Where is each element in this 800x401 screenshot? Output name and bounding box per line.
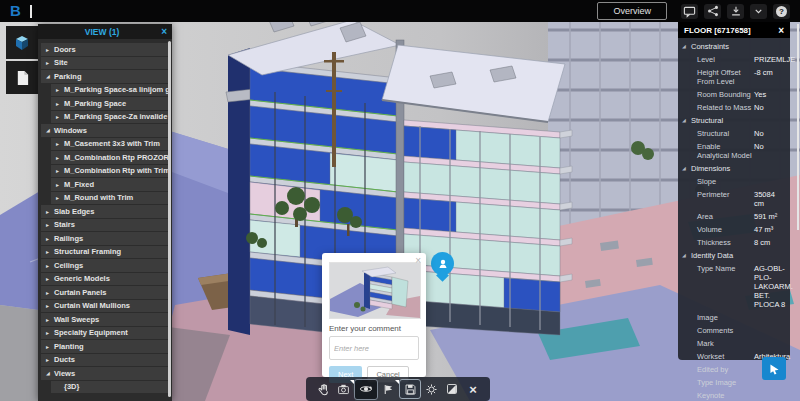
save-view-icon[interactable] — [399, 379, 421, 399]
tree-item[interactable]: Planting — [41, 340, 169, 353]
property-row[interactable]: Level PRIZEMLJE — [678, 53, 790, 66]
property-row[interactable]: Image — [678, 311, 790, 324]
caret-icon — [46, 275, 54, 282]
caret-icon — [46, 262, 54, 269]
bottom-toolbar — [306, 377, 490, 401]
contrast-icon[interactable] — [442, 380, 462, 399]
property-row[interactable]: Room Bounding Yes — [678, 88, 790, 101]
settings-gear-icon[interactable] — [422, 380, 442, 399]
tree-item[interactable]: M_Parking Space — [51, 97, 169, 110]
tree-item[interactable]: Views — [41, 367, 169, 380]
tree-item[interactable]: Ducts — [41, 354, 169, 367]
tree-item[interactable]: M_Parking Space-Za invalide — [51, 111, 169, 124]
caret-icon — [56, 194, 64, 201]
orbit-3d-icon[interactable] — [354, 379, 378, 400]
pan-hand-icon[interactable] — [313, 380, 333, 399]
caret-icon — [682, 116, 691, 125]
tree-item[interactable]: M_Parking Space-sa linijom gore — [51, 84, 169, 97]
property-row[interactable]: Related to Mass No — [678, 101, 790, 114]
caret-icon — [688, 212, 697, 221]
close-icon[interactable] — [463, 380, 483, 399]
properties-panel-title: FLOOR [6717658] — [684, 26, 778, 35]
overview-button[interactable]: Overview — [597, 2, 667, 20]
caret-icon — [46, 46, 54, 53]
tree-item[interactable]: M_Round with Trim — [51, 192, 169, 205]
comment-icon[interactable] — [681, 4, 698, 19]
tree-item[interactable]: Generic Models — [41, 273, 169, 286]
help-icon[interactable]: ? — [773, 4, 790, 19]
tree-item[interactable]: Doors — [41, 43, 169, 56]
caret-icon — [56, 140, 64, 147]
chevron-down-icon[interactable] — [750, 4, 767, 19]
tree-item[interactable]: Railings — [41, 232, 169, 245]
caret-icon — [46, 329, 54, 336]
caret-icon — [688, 326, 697, 335]
property-row[interactable]: Type Name AG-OBL-PLO-LAKOARM. BET. PLOCA… — [678, 262, 790, 311]
properties-panel-header: FLOOR [6717658] × — [678, 22, 790, 38]
caret-icon — [46, 221, 54, 228]
tree-item[interactable]: Ceilings — [41, 259, 169, 272]
cube-icon — [13, 34, 31, 52]
tree-item[interactable]: Curtain Panels — [41, 286, 169, 299]
tree-item[interactable]: Site — [41, 57, 169, 70]
camera-viewpoint-icon[interactable] — [334, 380, 354, 399]
caret-icon — [46, 73, 54, 79]
property-row[interactable]: Keynote — [678, 389, 790, 401]
property-row[interactable]: Structural — [678, 114, 790, 127]
tree-item[interactable]: Stairs — [41, 219, 169, 232]
download-icon[interactable] — [727, 4, 744, 19]
property-row[interactable]: Slope — [678, 175, 790, 188]
tree-item[interactable]: Parking — [41, 70, 169, 83]
property-row[interactable]: Thickness 8 cm — [678, 236, 790, 249]
tree-item[interactable]: M_Fixed — [51, 178, 169, 191]
caret-icon — [56, 167, 64, 174]
select-tool-button[interactable] — [762, 357, 786, 380]
tree-item[interactable]: Windows — [41, 124, 169, 137]
markup-icon[interactable] — [379, 380, 399, 399]
comment-pin-icon[interactable] — [431, 252, 454, 275]
property-row[interactable]: Perimeter 35084 cm — [678, 188, 790, 210]
model-cube-tab[interactable] — [6, 26, 38, 59]
close-icon[interactable]: × — [415, 255, 421, 266]
viewport-scrollbar[interactable] — [797, 24, 799, 230]
tree-item[interactable]: {3D} — [51, 381, 169, 394]
tree-item[interactable]: M_Combination Rtp PROZOR — [51, 151, 169, 164]
caret-icon — [56, 100, 64, 107]
view-tree-panel: VIEW (1) × Doors Site — [6, 24, 172, 401]
property-row[interactable]: Height Offset From Level -8 cm — [678, 66, 790, 88]
cursor-icon — [768, 362, 781, 375]
tree-item[interactable]: Slab Edges — [41, 205, 169, 218]
property-row[interactable]: Mark — [678, 337, 790, 350]
left-panel-scrollbar[interactable] — [168, 41, 171, 397]
logo-separator — [30, 5, 32, 18]
left-panel-header: VIEW (1) × — [38, 24, 172, 39]
tree-item[interactable]: Curtain Wall Mullions — [41, 300, 169, 313]
property-row[interactable]: Structural No — [678, 127, 790, 140]
comment-popup: × Enter your comment Next C — [322, 253, 426, 377]
model-tree: Doors Site Parking M_Parking Spa — [38, 39, 172, 393]
property-row[interactable]: Constraints — [678, 40, 790, 53]
close-icon[interactable]: × — [778, 25, 784, 36]
tree-item[interactable]: Specialty Equipment — [41, 327, 169, 340]
caret-icon — [688, 177, 697, 186]
close-icon[interactable]: × — [161, 27, 167, 37]
property-row[interactable]: Comments — [678, 324, 790, 337]
property-row[interactable]: Area 591 m² — [678, 210, 790, 223]
property-row[interactable]: Enable Analytical Model No — [678, 140, 790, 162]
document-tab[interactable] — [6, 61, 38, 94]
share-icon[interactable] — [704, 4, 721, 19]
caret-icon — [682, 251, 691, 260]
property-row[interactable]: Dimensions — [678, 162, 790, 175]
property-row[interactable]: Volume 47 m³ — [678, 223, 790, 236]
caret-icon — [682, 42, 691, 51]
caret-icon — [688, 55, 697, 64]
property-row[interactable]: Identity Data — [678, 249, 790, 262]
caret-icon — [46, 343, 54, 350]
comment-input[interactable] — [329, 336, 419, 360]
tree-item[interactable]: Wall Sweeps — [41, 313, 169, 326]
tree-item[interactable]: M_Casement 3x3 with Trim — [51, 138, 169, 151]
tree-item[interactable]: Structural Framing — [41, 246, 169, 259]
app-logo[interactable]: B — [10, 0, 21, 22]
tree-item[interactable]: M_Combination Rtp with Trim — [51, 165, 169, 178]
caret-icon — [688, 378, 697, 387]
